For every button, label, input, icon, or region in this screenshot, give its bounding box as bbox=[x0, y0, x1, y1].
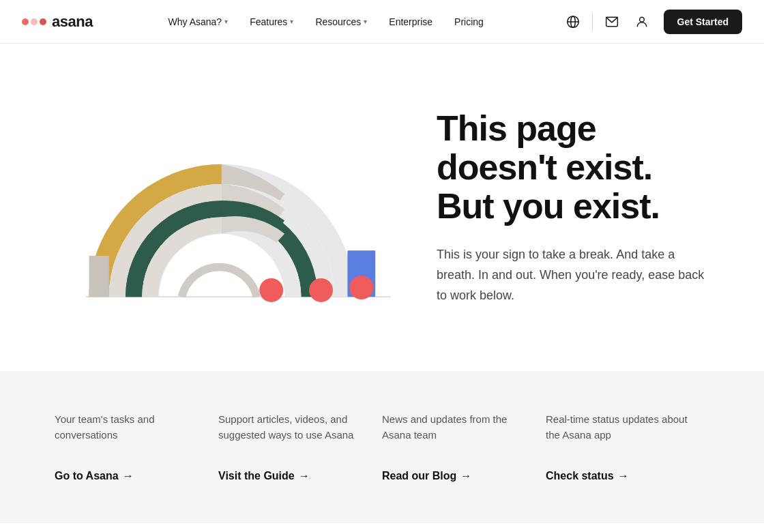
svg-rect-6 bbox=[89, 256, 109, 297]
logo-text: asana bbox=[52, 13, 93, 31]
nav-right: Get Started bbox=[559, 8, 742, 35]
footer-col-3: News and updates from the Asana team Rea… bbox=[382, 412, 546, 482]
footer-col-4-link-label: Check status bbox=[546, 470, 614, 482]
chevron-down-icon: ▾ bbox=[224, 18, 228, 25]
footer-col-3-link[interactable]: Read our Blog → bbox=[382, 470, 532, 482]
footer-col-4-link[interactable]: Check status → bbox=[546, 470, 696, 482]
footer-col-1-desc: Your team's tasks and conversations bbox=[55, 412, 205, 443]
hero-headline: This page doesn't exist. But you exist. bbox=[437, 109, 709, 226]
nav-enterprise-label: Enterprise bbox=[389, 16, 432, 27]
footer-col-1-link-label: Go to Asana bbox=[55, 470, 119, 482]
mail-icon bbox=[605, 15, 619, 29]
nav-why-asana-label: Why Asana? bbox=[168, 16, 222, 27]
user-button[interactable] bbox=[628, 8, 656, 35]
user-icon bbox=[635, 15, 649, 29]
footer-col-2-link[interactable]: Visit the Guide → bbox=[218, 470, 368, 482]
nav-links: Why Asana? ▾ Features ▾ Resources ▾ Ente… bbox=[159, 11, 493, 33]
footer-col-2-link-label: Visit the Guide bbox=[218, 470, 295, 482]
footer-col-4: Real-time status updates about the Asana… bbox=[546, 412, 709, 482]
footer-col-1-link[interactable]: Go to Asana → bbox=[55, 470, 205, 482]
arrow-icon-2: → bbox=[299, 470, 310, 482]
nav-enterprise[interactable]: Enterprise bbox=[379, 11, 442, 33]
get-started-button[interactable]: Get Started bbox=[664, 10, 742, 34]
nav-resources[interactable]: Resources ▾ bbox=[306, 11, 377, 33]
logo-dots bbox=[22, 18, 46, 25]
hero-body: This is your sign to take a break. And t… bbox=[437, 245, 709, 306]
arrow-icon-1: → bbox=[123, 470, 134, 482]
footer-col-3-link-label: Read our Blog bbox=[382, 470, 456, 482]
hero-section: This page doesn't exist. But you exist. … bbox=[0, 44, 764, 371]
footer-col-2-desc: Support articles, videos, and suggested … bbox=[218, 412, 368, 443]
logo[interactable]: asana bbox=[22, 13, 93, 31]
logo-dot-3 bbox=[40, 18, 46, 25]
globe-icon bbox=[566, 15, 580, 29]
footer-col-3-desc: News and updates from the Asana team bbox=[382, 412, 532, 443]
mail-button[interactable] bbox=[598, 8, 626, 35]
nav-resources-label: Resources bbox=[315, 16, 361, 27]
footer-col-4-desc: Real-time status updates about the Asana… bbox=[546, 412, 696, 443]
nav-why-asana[interactable]: Why Asana? ▾ bbox=[159, 11, 238, 33]
svg-point-8 bbox=[259, 278, 283, 302]
chevron-down-icon: ▾ bbox=[364, 18, 367, 25]
logo-dot-1 bbox=[22, 18, 29, 25]
nav-features[interactable]: Features ▾ bbox=[240, 11, 303, 33]
svg-point-10 bbox=[349, 276, 373, 299]
footer-col-2: Support articles, videos, and suggested … bbox=[218, 412, 382, 482]
logo-dot-2 bbox=[31, 18, 38, 25]
navbar: asana Why Asana? ▾ Features ▾ Resources … bbox=[0, 0, 764, 44]
footer-col-1: Your team's tasks and conversations Go t… bbox=[55, 412, 218, 482]
hero-text: This page doesn't exist. But you exist. … bbox=[396, 109, 709, 306]
globe-button[interactable] bbox=[559, 8, 587, 35]
nav-divider bbox=[592, 14, 593, 30]
404-illustration bbox=[41, 91, 396, 323]
footer-section: Your team's tasks and conversations Go t… bbox=[0, 371, 764, 523]
nav-features-label: Features bbox=[250, 16, 287, 27]
illustration-area bbox=[41, 91, 396, 323]
svg-point-4 bbox=[639, 17, 644, 22]
svg-point-9 bbox=[309, 278, 333, 302]
nav-pricing-label: Pricing bbox=[454, 16, 484, 27]
nav-pricing[interactable]: Pricing bbox=[445, 11, 493, 33]
chevron-down-icon: ▾ bbox=[290, 18, 293, 25]
arrow-icon-3: → bbox=[460, 470, 471, 482]
arrow-icon-4: → bbox=[618, 470, 629, 482]
